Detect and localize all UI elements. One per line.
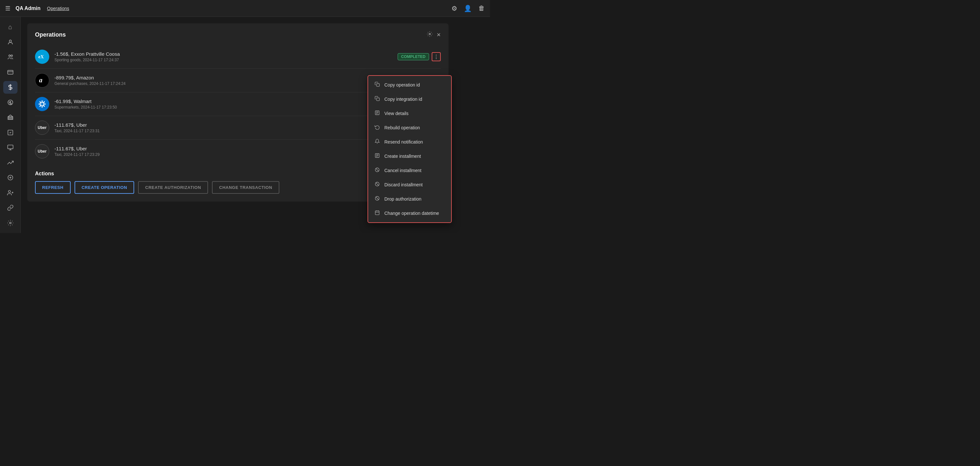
svg-point-0 — [9, 40, 11, 42]
sidebar-item-home[interactable]: ⌂ — [3, 21, 18, 33]
svg-rect-38 — [377, 98, 380, 101]
context-menu-discard-installment[interactable]: Discard installment — [368, 178, 451, 192]
svg-text:eX: eX — [38, 54, 44, 59]
context-menu-cancel-installment[interactable]: Cancel installment — [368, 163, 451, 178]
svg-point-1 — [9, 55, 10, 57]
hamburger-menu-icon[interactable]: ☰ — [5, 5, 10, 12]
rebuild-icon — [374, 124, 380, 131]
operation-title: -111.67$, Uber — [54, 122, 100, 128]
context-menu-item-label: Copy integration id — [384, 97, 422, 102]
operation-info: -899.79$, Amazon General purchases, 2024… — [54, 75, 126, 86]
panel-header-icons: ✕ — [427, 31, 441, 38]
sidebar-item-add-circle[interactable] — [3, 172, 18, 184]
svg-line-52 — [375, 197, 379, 200]
refresh-button[interactable]: REFRESH — [35, 181, 71, 194]
context-menu-item-label: Cancel installment — [384, 168, 421, 173]
context-menu-rebuild-operation[interactable]: Rebuild operation — [368, 121, 451, 135]
svg-line-50 — [375, 183, 379, 185]
context-menu: Copy operation id Copy integration id Vi… — [368, 75, 452, 223]
svg-rect-37 — [377, 84, 380, 86]
context-menu-item-label: Rebuild operation — [384, 125, 420, 130]
svg-point-22 — [8, 190, 10, 192]
status-badge: COMPLETED — [398, 53, 429, 60]
operation-logo-uber-2: Uber — [35, 144, 49, 159]
operation-info: -111.67$, Uber Taxi, 2024-11-17 17:23:29 — [54, 146, 100, 157]
svg-rect-34 — [39, 104, 42, 107]
document-icon — [374, 110, 380, 117]
context-menu-item-label: Change operation datetime — [384, 211, 439, 216]
svg-rect-29 — [41, 100, 43, 103]
drop-icon — [374, 196, 380, 202]
sidebar-item-users[interactable] — [3, 51, 18, 64]
operations-panel: Operations ✕ eX -1.56$, Exxon Prattvill — [27, 23, 449, 202]
context-menu-create-installment[interactable]: Create installment — [368, 149, 451, 163]
list-icon — [374, 153, 380, 159]
context-menu-change-datetime[interactable]: Change operation datetime — [368, 206, 451, 220]
svg-rect-36 — [43, 104, 45, 107]
operation-subtitle: Taxi, 2024-11-17 17:23:29 — [54, 152, 100, 157]
svg-line-10 — [10, 115, 13, 117]
settings-icon[interactable]: ⚙ — [452, 5, 457, 12]
create-authorization-button[interactable]: CREATE AUTHORIZATION — [138, 181, 208, 194]
operation-subtitle: General purchases, 2024-11-17 17:24:24 — [54, 81, 126, 86]
operation-logo-walmart — [35, 97, 49, 111]
operation-title: -61.99$, Walmart — [54, 99, 117, 104]
operation-info: -1.56$, Exxon Prattville Coosa Sporting … — [54, 51, 120, 62]
discard-icon — [374, 181, 380, 188]
sidebar-item-dollar[interactable] — [3, 81, 18, 94]
sidebar-item-task[interactable] — [3, 126, 18, 139]
panel-close-icon[interactable]: ✕ — [436, 32, 441, 38]
operation-status: COMPLETED ⋮ — [398, 52, 441, 61]
content-area: Operations ✕ eX -1.56$, Exxon Prattvill — [21, 17, 490, 233]
context-menu-resend-notification[interactable]: Resend notification — [368, 135, 451, 149]
svg-line-9 — [8, 115, 10, 117]
users-icon[interactable]: 👤 — [464, 5, 472, 12]
svg-rect-30 — [41, 105, 43, 108]
top-header: ☰ QA Admin Operations ⚙ 👤 🗑 — [0, 0, 490, 17]
context-menu-view-details[interactable]: View details — [368, 106, 451, 121]
panel-settings-icon[interactable] — [427, 31, 433, 38]
sidebar-item-person-add[interactable] — [3, 187, 18, 199]
change-transaction-button[interactable]: CHANGE TRANSACTION — [212, 181, 279, 194]
operation-logo-amazon: a — [35, 73, 49, 87]
operation-title: -1.56$, Exxon Prattville Coosa — [54, 51, 120, 57]
operation-info: -61.99$, Walmart Supermarkets, 2024-11-1… — [54, 99, 117, 110]
operation-title: -899.79$, Amazon — [54, 75, 126, 80]
operation-subtitle: Taxi, 2024-11-17 17:23:31 — [54, 129, 100, 133]
create-operation-button[interactable]: CREATE OPERATION — [75, 181, 134, 194]
header-icons: ⚙ 👤 🗑 — [452, 5, 485, 12]
svg-rect-32 — [43, 103, 46, 104]
svg-point-26 — [429, 33, 431, 35]
svg-rect-33 — [43, 101, 45, 104]
operations-nav-link[interactable]: Operations — [47, 6, 69, 11]
context-menu-item-label: Copy operation id — [384, 82, 420, 87]
svg-point-25 — [10, 222, 11, 224]
sidebar-item-screen[interactable] — [3, 141, 18, 154]
context-menu-copy-operation-id[interactable]: Copy operation id — [368, 78, 451, 92]
context-menu-drop-authorization[interactable]: Drop authorization — [368, 192, 451, 206]
svg-text:a: a — [39, 76, 42, 84]
context-menu-item-label: Create installment — [384, 154, 421, 159]
cancel-icon — [374, 167, 380, 174]
sidebar-item-user[interactable] — [3, 36, 18, 49]
panel-title: Operations — [35, 32, 66, 38]
operation-subtitle: Supermarkets, 2024-11-17 17:23:50 — [54, 105, 117, 110]
sidebar-item-chart[interactable] — [3, 156, 18, 169]
bell-icon — [374, 139, 380, 145]
panel-header: Operations ✕ — [35, 31, 441, 38]
copy-icon-2 — [374, 96, 380, 102]
operation-title: -111.67$, Uber — [54, 146, 100, 151]
svg-rect-16 — [8, 145, 13, 149]
sidebar-item-card[interactable] — [3, 66, 18, 79]
trash-icon[interactable]: 🗑 — [478, 5, 485, 12]
main-layout: ⌂ — [0, 17, 490, 233]
sidebar-item-settings[interactable] — [3, 217, 18, 229]
operation-info: -111.67$, Uber Taxi, 2024-11-17 17:23:31 — [54, 122, 100, 133]
context-menu-copy-integration-id[interactable]: Copy integration id — [368, 92, 451, 106]
operation-logo-uber: Uber — [35, 121, 49, 135]
sidebar-item-link[interactable] — [3, 202, 18, 214]
operation-logo-exxon: eX — [35, 49, 49, 64]
sidebar-item-dollar-s[interactable] — [3, 96, 18, 109]
sidebar-item-bank[interactable] — [3, 111, 18, 124]
more-options-button[interactable]: ⋮ — [432, 52, 441, 61]
